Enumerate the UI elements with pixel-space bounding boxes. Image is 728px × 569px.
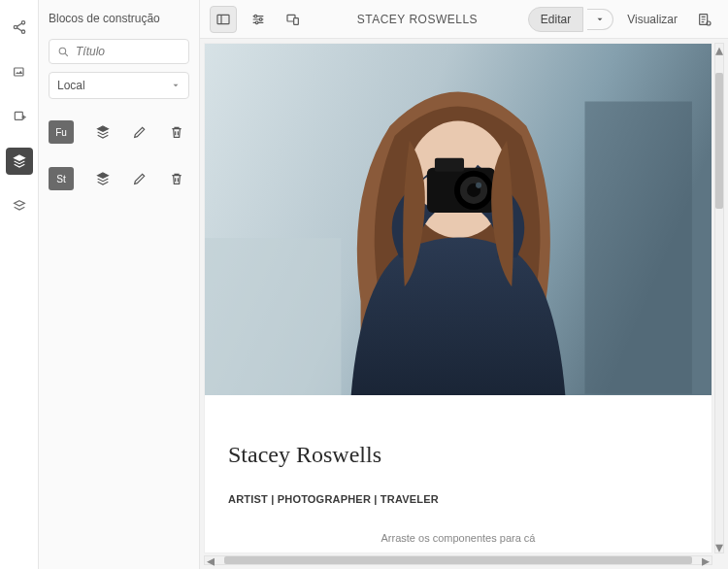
- scroll-up-arrow[interactable]: ▴: [715, 44, 723, 55]
- canvas[interactable]: Stacey Roswells ARTIST | PHOTOGRAPHER | …: [204, 43, 712, 553]
- chevron-down-icon: [171, 81, 181, 90]
- edit-icon[interactable]: [132, 171, 148, 186]
- edit-icon[interactable]: [132, 124, 148, 140]
- canvas-wrap: Stacey Roswells ARTIST | PHOTOGRAPHER | …: [200, 39, 728, 569]
- delete-icon[interactable]: [169, 171, 184, 186]
- topbar-right: Editar Visualizar: [528, 6, 718, 33]
- svg-rect-11: [294, 17, 299, 24]
- svg-rect-6: [217, 15, 229, 23]
- scope-label: Local: [57, 79, 85, 92]
- svg-rect-21: [435, 158, 464, 172]
- main-area: STACEY ROSWELLS Editar Visualizar: [200, 0, 728, 569]
- panel-title: Blocos de construção: [49, 12, 189, 25]
- app-root: Blocos de construção Local Fu St: [0, 0, 728, 569]
- stack-icon[interactable]: [95, 124, 111, 140]
- svg-rect-15: [585, 102, 692, 394]
- search-icon: [57, 46, 70, 58]
- svg-point-25: [476, 183, 481, 188]
- content-section: Stacey Roswells ARTIST | PHOTOGRAPHER | …: [205, 395, 711, 553]
- page-title-bar: STACEY ROSWELLS: [307, 13, 528, 26]
- page-properties-icon[interactable]: [691, 6, 718, 33]
- component-dropzone[interactable]: Arraste os componentes para cá: [228, 526, 688, 550]
- rail-blocks-icon[interactable]: [6, 148, 33, 175]
- topbar: STACEY ROSWELLS Editar Visualizar: [200, 0, 728, 39]
- page-heading[interactable]: Stacey Roswells: [228, 442, 688, 468]
- rail-add-component-icon[interactable]: [6, 103, 33, 130]
- preview-button[interactable]: Visualizar: [617, 13, 687, 26]
- scroll-down-arrow[interactable]: ▾: [715, 541, 723, 552]
- horizontal-scroll-thumb[interactable]: [224, 556, 692, 564]
- search-input[interactable]: [76, 45, 181, 58]
- topbar-left: [210, 6, 307, 33]
- svg-point-7: [254, 15, 257, 17]
- vertical-scroll-thumb[interactable]: [715, 73, 723, 209]
- vertical-scrollbar[interactable]: ▴ ▾: [714, 43, 724, 553]
- scroll-right-arrow[interactable]: ▸: [700, 556, 711, 564]
- search-box[interactable]: [49, 39, 189, 64]
- side-panel: Blocos de construção Local Fu St: [39, 0, 200, 569]
- svg-rect-16: [205, 238, 342, 395]
- block-item[interactable]: St: [49, 167, 74, 190]
- svg-point-13: [707, 21, 711, 25]
- scope-select[interactable]: Local: [49, 72, 189, 99]
- rail-asset-icon[interactable]: [6, 58, 33, 85]
- left-rail: [0, 0, 39, 569]
- edit-mode-chevron[interactable]: [587, 9, 613, 30]
- svg-rect-4: [15, 112, 22, 119]
- toggle-panel-button[interactable]: [210, 6, 237, 33]
- block-row: St: [49, 167, 189, 190]
- stack-icon[interactable]: [95, 171, 111, 186]
- svg-point-8: [259, 17, 262, 20]
- svg-rect-3: [14, 68, 22, 76]
- rail-layers-icon[interactable]: [6, 192, 33, 219]
- horizontal-scrollbar[interactable]: ◂ ▸: [204, 555, 712, 565]
- device-emulator-icon[interactable]: [280, 6, 307, 33]
- page-content: Stacey Roswells ARTIST | PHOTOGRAPHER | …: [205, 44, 711, 553]
- block-row: Fu: [49, 120, 189, 144]
- edit-mode-button[interactable]: Editar: [528, 7, 583, 32]
- hero-image[interactable]: [205, 44, 711, 395]
- block-item[interactable]: Fu: [49, 120, 74, 144]
- svg-point-5: [59, 48, 65, 54]
- page-subheading[interactable]: ARTIST | PHOTOGRAPHER | TRAVELER: [228, 493, 688, 505]
- scroll-left-arrow[interactable]: ◂: [205, 556, 216, 564]
- rail-share-icon[interactable]: [6, 14, 33, 41]
- svg-point-9: [255, 21, 258, 24]
- chevron-down-icon: [595, 15, 605, 24]
- block-list: Fu St: [49, 120, 189, 190]
- settings-sliders-icon[interactable]: [245, 6, 272, 33]
- delete-icon[interactable]: [169, 124, 184, 140]
